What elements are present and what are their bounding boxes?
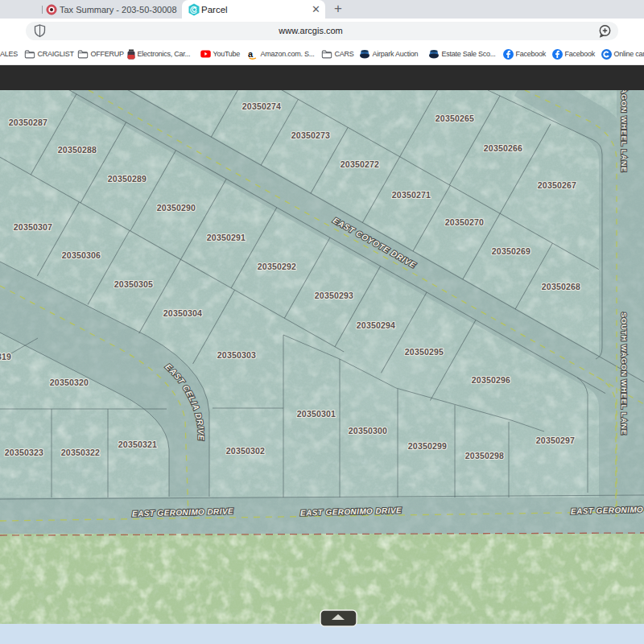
svg-text:20350290: 20350290 [157, 203, 196, 213]
svg-text:20350295: 20350295 [405, 347, 444, 357]
svg-text:20350271: 20350271 [392, 190, 431, 200]
svg-text:20350299: 20350299 [408, 441, 447, 451]
svg-text:20350288: 20350288 [58, 145, 97, 155]
svg-text:20350301: 20350301 [297, 409, 336, 419]
svg-text:20350305: 20350305 [114, 279, 153, 289]
svg-text:20350321: 20350321 [118, 440, 157, 449]
svg-text:20350323: 20350323 [5, 448, 43, 457]
svg-text:20350304: 20350304 [163, 308, 202, 318]
svg-text:20350266: 20350266 [484, 143, 522, 153]
svg-text:20350289: 20350289 [108, 174, 147, 184]
svg-text:20350272: 20350272 [341, 159, 379, 169]
svg-text:20350292: 20350292 [258, 262, 296, 271]
svg-text:20350268: 20350268 [542, 282, 580, 291]
svg-text:a: a [248, 49, 254, 59]
svg-text:20350270: 20350270 [445, 217, 484, 227]
svg-text:20350302: 20350302 [226, 446, 265, 456]
svg-text:20350296: 20350296 [472, 375, 510, 385]
svg-text:20350273: 20350273 [291, 130, 330, 140]
svg-text:20350293: 20350293 [315, 291, 353, 300]
svg-text:20350303: 20350303 [217, 350, 256, 360]
svg-text:20350307: 20350307 [14, 222, 52, 232]
svg-text:20350294: 20350294 [357, 320, 395, 330]
svg-text:20350306: 20350306 [62, 250, 101, 260]
svg-text:20350274: 20350274 [242, 101, 281, 111]
svg-text:20350287: 20350287 [9, 118, 47, 127]
svg-text:20350300: 20350300 [349, 426, 387, 436]
svg-text:20350322: 20350322 [61, 448, 100, 457]
svg-text:20350267: 20350267 [538, 180, 576, 190]
svg-text:20350297: 20350297 [536, 436, 575, 445]
svg-text:SOUTH WAGON WHEEL LANE: SOUTH WAGON WHEEL LANE [620, 312, 628, 436]
svg-text:319: 319 [0, 352, 11, 361]
svg-text:WAGON WHEEL LANE: WAGON WHEEL LANE [620, 90, 628, 172]
svg-text:20350265: 20350265 [436, 114, 474, 123]
svg-text:EAST GERONIMO DRIVE: EAST GERONIMO DRIVE [571, 504, 644, 515]
svg-text:20350320: 20350320 [50, 378, 89, 387]
svg-text:20350291: 20350291 [207, 233, 246, 242]
svg-text:20350269: 20350269 [492, 246, 530, 256]
svg-text:20350298: 20350298 [465, 451, 504, 460]
